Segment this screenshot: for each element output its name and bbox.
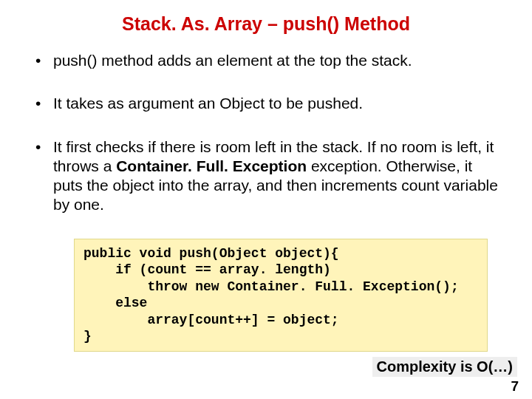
bullet-list: push() method adds an element at the top… [30, 51, 502, 215]
code-block: public void push(Object object){ if (cou… [74, 239, 488, 352]
bullet-text: push() method adds an element at the top… [53, 52, 412, 69]
slide-title: Stack. As. Array – push() Method [30, 13, 502, 35]
bullet-text-bold: Container. Full. Exception [116, 157, 307, 174]
bullet-item: It first checks if there is room left in… [30, 137, 502, 215]
complexity-note: Complexity is O(…) [372, 357, 517, 377]
page-number: 7 [511, 378, 519, 395]
bullet-item: push() method adds an element at the top… [30, 51, 502, 70]
bullet-text: It takes as argument an Object to be pus… [53, 95, 363, 112]
bullet-item: It takes as argument an Object to be pus… [30, 94, 502, 113]
